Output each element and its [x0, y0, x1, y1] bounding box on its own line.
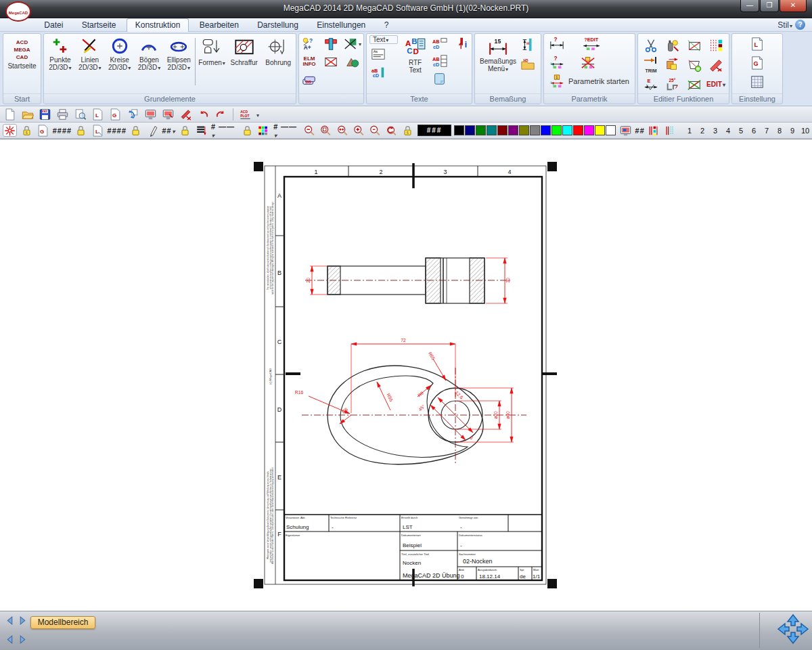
shapes-info-button[interactable] [344, 53, 361, 70]
undo-button[interactable] [196, 108, 210, 121]
param-query-dim-button[interactable]: ? [548, 35, 566, 51]
tab-konstruktion[interactable]: Konstruktion [127, 18, 189, 32]
layer-number-button[interactable]: 4 [724, 127, 732, 135]
help-icon[interactable]: ? [795, 20, 805, 30]
pen-number-select[interactable]: ## [162, 127, 175, 135]
layer-number-button[interactable]: 7 [763, 127, 771, 135]
global-hash-display[interactable]: #### [52, 127, 71, 135]
bohrung-button[interactable]: Bohrung [261, 35, 295, 85]
layer-number-button[interactable]: 9 [788, 127, 796, 135]
color-swatch[interactable] [541, 125, 551, 135]
color-swatch[interactable] [519, 125, 529, 135]
param-edit-dim-button[interactable]: ?EDIT [579, 35, 606, 51]
tab-help[interactable]: ? [376, 19, 397, 32]
boegen-button[interactable]: Bögen 2D/3D [135, 35, 164, 85]
color-swatch[interactable] [584, 125, 594, 135]
line-attributes-button[interactable] [707, 37, 725, 53]
delete-redline-button[interactable] [179, 108, 193, 121]
layer-number-button[interactable]: 10 [801, 127, 809, 135]
color-swatch[interactable] [497, 125, 508, 135]
restore-button[interactable]: ❐ [760, 0, 779, 12]
reload-button[interactable] [126, 108, 140, 121]
tab-startseite[interactable]: Startseite [74, 19, 125, 32]
linewidth-select[interactable]: # —— [211, 123, 238, 139]
local-settings-button[interactable]: L [748, 36, 766, 52]
lock-group-icon[interactable]: 5 [20, 124, 33, 137]
zoom-in-button[interactable] [352, 124, 365, 137]
delete-options-button[interactable] [344, 36, 361, 52]
color-swatch[interactable] [606, 125, 616, 135]
text-dropdown[interactable]: Text [369, 35, 398, 44]
database-button[interactable]: DB [300, 71, 318, 87]
snap-star-button[interactable] [3, 124, 17, 137]
startseite-button[interactable]: ACD MEGA CAD Startseite [3, 34, 41, 70]
schraffur-button[interactable]: Schraffur [227, 35, 261, 85]
sheet-prev-button[interactable] [4, 615, 15, 626]
text-frame-button[interactable]: ABcD [431, 35, 449, 51]
trennen-button[interactable] [642, 37, 660, 53]
save-button[interactable]: PRT [38, 108, 52, 121]
group-delete-button[interactable] [685, 77, 703, 93]
formen-button[interactable]: Formen [197, 35, 227, 85]
param-delete-button[interactable] [579, 54, 597, 70]
print-button[interactable] [55, 108, 70, 121]
global-doc-button[interactable]: G [108, 108, 122, 121]
parametrik-starten-button[interactable]: Parametrik starten [568, 77, 629, 85]
toolbar-overflow-button[interactable] [256, 110, 259, 119]
new-file-button[interactable] [3, 108, 17, 121]
kreise-button[interactable]: Kreise 2D/3D [105, 35, 135, 85]
redo-button[interactable] [214, 108, 228, 121]
tab-bearbeiten[interactable]: Bearbeiten [191, 19, 247, 32]
layer-hash-display[interactable]: ## [635, 127, 644, 135]
linetype-select[interactable]: # —— [273, 123, 300, 139]
dimension-load-button[interactable]: H5 [519, 56, 537, 72]
measure-tool-button[interactable] [322, 36, 340, 52]
grid-settings-button[interactable] [748, 74, 766, 90]
lock-linewidth-icon[interactable] [241, 124, 254, 137]
line-delete-button[interactable] [685, 37, 703, 53]
lock-global-icon[interactable] [74, 124, 88, 137]
rtf-text-button[interactable]: ABCD RTF Text [402, 35, 429, 87]
screen-settings-button[interactable] [161, 108, 175, 121]
color-palette-icon[interactable] [257, 124, 271, 137]
layer-number-button[interactable]: 5 [737, 127, 745, 135]
drawing-canvas[interactable]: 1 2 3 4 A B C D E F The reproduction, di… [0, 139, 812, 611]
view-prev-button[interactable] [4, 634, 15, 645]
close-button[interactable]: ✕ [780, 0, 807, 12]
color-swatch[interactable] [465, 125, 475, 135]
text-align-button[interactable]: As [369, 46, 387, 62]
plot-button[interactable]: ACDPLOT [238, 108, 252, 121]
screen-redraw-button[interactable] [143, 108, 158, 121]
layer-number-button[interactable]: 6 [750, 127, 758, 135]
local-doc-button[interactable]: L [91, 108, 105, 121]
edit-menu-button[interactable]: EDIT [706, 81, 725, 88]
ellipsen-button[interactable]: Ellipsen 2D/3D [164, 35, 194, 85]
delete-element-button[interactable] [322, 53, 340, 70]
param-query2-button[interactable]: ? [548, 54, 566, 70]
local-attr-icon[interactable]: L [91, 124, 104, 137]
add-element-button[interactable] [685, 57, 703, 73]
color-swatch[interactable] [476, 125, 486, 135]
screen-color-button[interactable] [618, 124, 632, 137]
tab-einstellungen[interactable]: Einstellungen [309, 19, 374, 32]
color-swatch[interactable] [562, 125, 572, 135]
copy-arrange-button[interactable] [664, 57, 681, 73]
current-color-display[interactable]: ### [418, 125, 451, 136]
zoom-out-button[interactable] [303, 124, 317, 137]
linewidth-icon[interactable] [195, 124, 208, 137]
lock-pen-icon[interactable] [178, 124, 191, 137]
pan-navigation-control[interactable] [774, 609, 812, 649]
edit-dimension-button[interactable]: E [642, 77, 660, 93]
linien-button[interactable]: Linien 2D/3D [75, 35, 105, 85]
tab-datei[interactable]: Datei [36, 19, 71, 32]
global-attr-icon[interactable]: G [36, 124, 49, 137]
color-swatch[interactable] [573, 125, 583, 135]
tab-darstellung[interactable]: Darstellung [249, 19, 307, 32]
punkte-button[interactable]: Punkte 2D/3D [45, 35, 75, 85]
layer-list-button[interactable] [648, 124, 661, 137]
param-number-button[interactable]: 1 [548, 73, 566, 89]
color-swatch[interactable] [454, 125, 464, 135]
trim-button[interactable]: TRIM [641, 55, 661, 74]
vertical-dimension-button[interactable]: H [519, 37, 537, 53]
color-swatch[interactable] [508, 125, 518, 135]
